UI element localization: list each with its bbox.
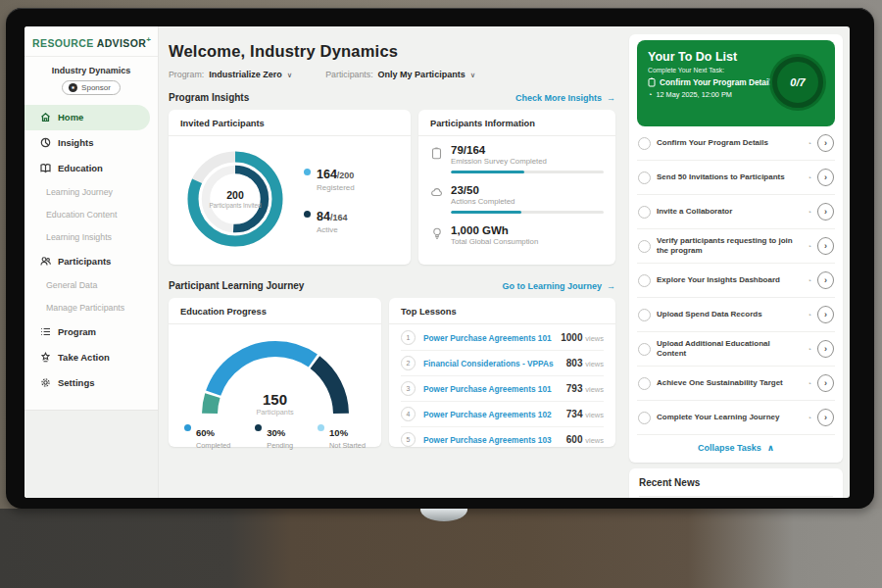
- legend-pending: 30% Pending: [255, 422, 293, 450]
- clipboard-icon: [431, 147, 442, 160]
- lesson-views: 793: [566, 383, 583, 394]
- todo-go-button[interactable]: ›: [817, 237, 834, 255]
- todo-item[interactable]: Achieve One Sustainability Target ◔ ›: [637, 367, 835, 401]
- sidebar-item-home[interactable]: Home: [24, 105, 150, 130]
- legend-not-started: 10% Not Started: [318, 422, 366, 450]
- invited-participants-card: Invited Participants 200: [169, 110, 411, 265]
- todo-go-button[interactable]: ›: [817, 203, 834, 220]
- lesson-row[interactable]: 3 Power Purchase Agreements 101 793 view…: [401, 376, 604, 402]
- sidebar-item-insights[interactable]: Insights: [24, 130, 158, 156]
- todo-item-label: Complete Your Learning Journey: [657, 413, 801, 422]
- invited-center-label: Participants Invited: [209, 202, 262, 210]
- sidebar-item-learning-journey[interactable]: Learning Journey: [24, 181, 158, 204]
- todo-checkbox[interactable]: [638, 343, 651, 356]
- todo-go-button[interactable]: ›: [817, 306, 834, 323]
- sidebar-item-label: Take Action: [58, 352, 110, 363]
- cloud-icon: [431, 187, 443, 197]
- check-more-insights-link[interactable]: Check More Insights →: [515, 93, 615, 103]
- todo-item[interactable]: Upload Spend Data Records ◔ ›: [637, 298, 835, 332]
- sidebar-item-take-action[interactable]: Take Action: [24, 345, 158, 370]
- todo-go-button[interactable]: ›: [817, 134, 834, 152]
- todo-checkbox[interactable]: [638, 137, 651, 150]
- todo-item-label: Upload Spend Data Records: [657, 310, 801, 319]
- go-to-learning-journey-label: Go to Learning Journey: [502, 281, 602, 291]
- sidebar-item-education-content[interactable]: Education Content: [24, 204, 158, 226]
- stat-actions-completed: 23/50 Actions Completed: [430, 184, 604, 214]
- todo-summary-card[interactable]: Your To Do List Complete Your Next Task:…: [637, 40, 835, 126]
- lesson-title-link[interactable]: Power Purchase Agreements 101: [423, 333, 553, 343]
- lesson-title-link[interactable]: Power Purchase Agreements 103: [423, 435, 559, 445]
- app-logo[interactable]: RESOURCE ADVISOR+: [24, 26, 158, 57]
- chevron-right-icon: ›: [824, 207, 827, 217]
- sidebar-item-program[interactable]: Program: [24, 319, 158, 345]
- lesson-title-link[interactable]: Power Purchase Agreements 101: [423, 384, 559, 394]
- sidebar-item-label: Home: [58, 112, 83, 122]
- program-insights-title: Program Insights: [169, 92, 249, 103]
- education-progress-card: Education Progress 150 Participants: [169, 298, 381, 447]
- program-filter[interactable]: Program: Industrialize Zero ∨: [169, 70, 292, 79]
- check-more-insights-label: Check More Insights: [515, 93, 602, 103]
- pending-dot: [255, 424, 262, 431]
- lesson-rank: 4: [401, 407, 416, 421]
- todo-checkbox[interactable]: [638, 206, 651, 219]
- participants-information-title: Participants Information: [418, 110, 615, 136]
- lesson-rank: 5: [401, 432, 416, 447]
- todo-item[interactable]: Confirm Your Program Details ◔ ›: [637, 126, 835, 161]
- lesson-row[interactable]: 2 Financial Considerations - VPPAs 803 v…: [401, 351, 604, 376]
- todo-checkbox[interactable]: [638, 240, 651, 253]
- completed-dot: [184, 424, 191, 431]
- lesson-views: 600: [566, 434, 583, 445]
- sidebar-item-settings[interactable]: Settings: [24, 370, 158, 396]
- chevron-right-icon: ›: [824, 344, 827, 354]
- list-icon: [40, 326, 51, 337]
- pending-value: 30%: [267, 427, 285, 438]
- page-title: Welcome, Industry Dynamics: [169, 42, 615, 61]
- todo-item[interactable]: Complete Your Learning Journey ◔ ›: [637, 401, 835, 435]
- todo-checkbox[interactable]: [638, 412, 651, 424]
- lesson-row[interactable]: 5 Power Purchase Agreements 103 600 view…: [401, 427, 604, 452]
- actions-completed-label: Actions Completed: [451, 197, 604, 206]
- clock-icon: ◔: [807, 414, 811, 422]
- sidebar-item-general-data[interactable]: General Data: [24, 274, 158, 297]
- registered-of: /200: [337, 171, 355, 180]
- lesson-views-label: views: [585, 334, 604, 343]
- lesson-title-link[interactable]: Power Purchase Agreements 102: [423, 410, 559, 419]
- todo-item[interactable]: Send 50 Invitations to Participants ◔ ›: [637, 161, 835, 195]
- chevron-right-icon: ›: [824, 138, 827, 148]
- lesson-row[interactable]: 4 Power Purchase Agreements 102 734 view…: [401, 402, 604, 427]
- lesson-row[interactable]: 1 Power Purchase Agreements 101 1000 vie…: [401, 325, 604, 351]
- todo-item-label: Confirm Your Program Details: [657, 138, 801, 148]
- todo-go-button[interactable]: ›: [817, 271, 834, 289]
- sponsor-badge[interactable]: ★ Sponsor: [62, 80, 121, 95]
- not-started-label: Not Started: [329, 441, 366, 450]
- sidebar-item-education[interactable]: Education: [24, 156, 158, 181]
- sidebar-item-participants[interactable]: Participants: [24, 249, 158, 274]
- clock-icon: ◔: [648, 90, 652, 99]
- todo-go-button[interactable]: ›: [817, 169, 834, 186]
- todo-checkbox[interactable]: [638, 172, 651, 184]
- sidebar-item-learning-insights[interactable]: Learning Insights: [24, 226, 158, 249]
- lesson-title-link[interactable]: Financial Considerations - VPPAs: [423, 359, 559, 368]
- arrow-right-icon: →: [607, 93, 615, 103]
- sidebar-item-label: Education Content: [46, 210, 117, 220]
- todo-item[interactable]: Verify participants requesting to join t…: [637, 229, 835, 264]
- todo-item[interactable]: Invite a Collaborator ◔ ›: [637, 195, 835, 229]
- emission-survey-bar: [451, 171, 604, 173]
- todo-item[interactable]: Explore Your Insights Dashboard ◔ ›: [637, 264, 835, 298]
- recent-news-card: Recent News: [629, 468, 843, 498]
- todo-go-button[interactable]: ›: [817, 409, 834, 426]
- stat-emission-survey: 79/164 Emission Survey Completed: [430, 144, 604, 173]
- todo-go-button[interactable]: ›: [817, 374, 834, 392]
- todo-go-button[interactable]: ›: [817, 340, 834, 358]
- book-icon: [40, 163, 51, 173]
- sidebar-item-manage-participants[interactable]: Manage Participants: [24, 297, 158, 319]
- learning-journey-title: Participant Learning Journey: [169, 280, 304, 291]
- todo-checkbox[interactable]: [638, 309, 651, 321]
- participants-filter[interactable]: Participants: Only My Participants ∨: [325, 70, 475, 79]
- legend-completed: 60% Completed: [184, 422, 230, 450]
- todo-checkbox[interactable]: [638, 274, 651, 287]
- collapse-tasks-link[interactable]: Collapse Tasks ∧: [637, 435, 835, 459]
- go-to-learning-journey-link[interactable]: Go to Learning Journey →: [502, 281, 615, 291]
- todo-item[interactable]: Upload Additional Educational Content ◔ …: [637, 332, 835, 367]
- todo-checkbox[interactable]: [638, 377, 651, 390]
